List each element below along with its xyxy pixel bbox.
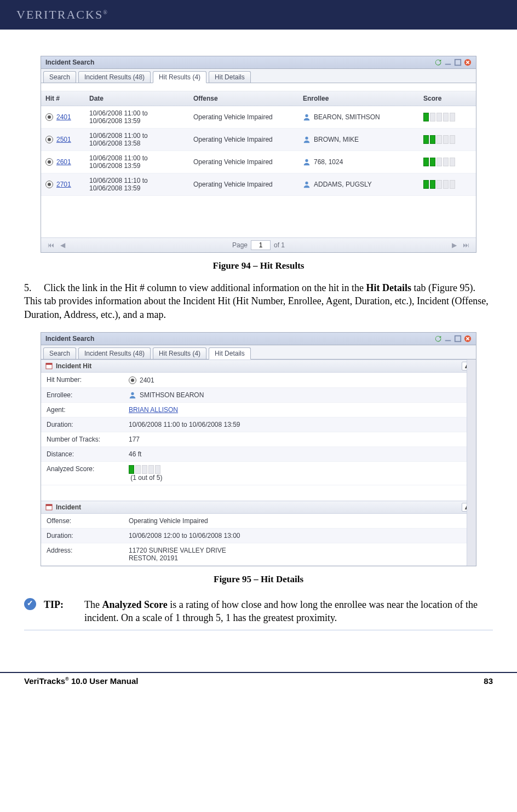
- detail-value: 2401: [129, 376, 470, 384]
- tab[interactable]: Incident Results (48): [78, 71, 151, 83]
- hit-link[interactable]: 2701: [56, 181, 71, 188]
- radio-icon[interactable]: [45, 113, 53, 121]
- pager-page-input[interactable]: [251, 240, 271, 250]
- offense-cell: Operating Vehicle Impaired: [193, 113, 303, 121]
- svg-rect-11: [46, 363, 52, 365]
- hit-link[interactable]: 2601: [56, 158, 71, 166]
- calendar-icon: [45, 362, 53, 369]
- detail-key: Enrollee:: [47, 391, 129, 399]
- radio-icon: [129, 376, 136, 384]
- svg-rect-7: [445, 340, 451, 341]
- detail-row: Offense:Operating Vehicle Impaired: [41, 514, 476, 529]
- section-2-rows: Offense:Operating Vehicle ImpairedDurati…: [41, 514, 476, 566]
- detail-row: Analyzed Score: (1 out of 5): [41, 462, 476, 485]
- detail-value: 46 ft: [129, 450, 470, 458]
- enrollee-cell: 768, 1024: [303, 158, 423, 166]
- agent-link[interactable]: BRIAN ALLISON: [129, 406, 178, 414]
- column-header[interactable]: Hit #: [45, 95, 89, 102]
- detail-key: Number of Tracks:: [47, 436, 129, 443]
- enrollee-cell: BROWN, MIKE: [303, 136, 423, 143]
- pager-next-icon[interactable]: ▶: [450, 241, 459, 249]
- enrollee-cell: BEARON, SMITHSON: [303, 113, 423, 121]
- detail-value: (1 out of 5): [129, 465, 470, 482]
- score-indicator: [423, 158, 456, 166]
- hit-link[interactable]: 2501: [56, 136, 71, 143]
- pager: ⏮ ◀ Page of 1 ▶ ⏭: [41, 237, 476, 252]
- minimize-icon[interactable]: [444, 59, 452, 66]
- close-icon[interactable]: [464, 335, 472, 343]
- step-number: 5.: [24, 281, 44, 294]
- detail-row: Hit Number: 2401: [41, 373, 476, 388]
- column-header[interactable]: Date: [89, 95, 193, 102]
- date-cell: 10/06/2008 11:10 to 10/06/2008 13:59: [89, 177, 193, 192]
- tab[interactable]: Hit Results (4): [153, 347, 206, 359]
- pager-prev-icon[interactable]: ◀: [58, 241, 67, 249]
- scrollbar[interactable]: [467, 359, 476, 566]
- step-5-text: 5.Click the link in the Hit # column to …: [24, 281, 493, 321]
- pager-first-icon[interactable]: ⏮: [45, 241, 56, 249]
- column-header[interactable]: Offense: [193, 95, 303, 102]
- score-indicator: [423, 113, 456, 121]
- svg-point-12: [131, 392, 134, 395]
- offense-cell: Operating Vehicle Impaired: [193, 158, 303, 166]
- svg-rect-14: [46, 504, 52, 506]
- footer-page-number: 83: [484, 676, 493, 686]
- close-icon[interactable]: [464, 59, 472, 66]
- tab-strip: SearchIncident Results (48)Hit Results (…: [41, 69, 476, 83]
- person-icon: [303, 158, 311, 166]
- person-icon: [303, 181, 311, 188]
- detail-key: Agent:: [47, 406, 129, 414]
- section-1-rows: Hit Number: 2401Enrollee: SMITHSON BEARO…: [41, 373, 476, 485]
- detail-value: Operating Vehicle Impaired: [129, 517, 470, 525]
- pager-last-icon[interactable]: ⏭: [461, 241, 472, 249]
- panel-title: Incident Search: [45, 335, 94, 343]
- column-header[interactable]: Score: [423, 95, 456, 102]
- refresh-icon[interactable]: [434, 59, 442, 66]
- hit-cell: 2501: [45, 136, 89, 143]
- tab[interactable]: Incident Results (48): [78, 347, 151, 359]
- detail-key: Duration:: [47, 532, 129, 540]
- tip-text: The Analyzed Score is a rating of how cl…: [84, 598, 493, 625]
- svg-rect-0: [445, 64, 451, 65]
- figure-94-caption: Figure 94 – Hit Results: [24, 260, 493, 271]
- radio-icon[interactable]: [45, 136, 53, 143]
- detail-key: Hit Number:: [47, 376, 129, 384]
- offense-cell: Operating Vehicle Impaired: [193, 136, 303, 143]
- maximize-icon[interactable]: [454, 335, 462, 343]
- enrollee-cell: ADDAMS, PUGSLY: [303, 181, 423, 188]
- tip-block: ✓ TIP: The Analyzed Score is a rating of…: [24, 595, 493, 631]
- radio-icon[interactable]: [45, 181, 53, 188]
- panel-header: Incident Search: [41, 56, 476, 69]
- maximize-icon[interactable]: [454, 59, 462, 66]
- tab[interactable]: Hit Details: [209, 71, 251, 83]
- svg-point-5: [305, 159, 308, 162]
- detail-key: Address:: [47, 547, 129, 562]
- tab[interactable]: Search: [43, 71, 76, 83]
- tip-label: TIP:: [44, 598, 77, 611]
- detail-row: Duration:10/06/2008 12:00 to 10/06/2008 …: [41, 529, 476, 543]
- section-title: Incident Hit: [56, 362, 91, 370]
- pager-page-label: Page: [232, 241, 248, 249]
- refresh-icon[interactable]: [434, 335, 442, 343]
- incident-search-panel-2: Incident Search SearchIncident Results (…: [41, 332, 476, 566]
- minimize-icon[interactable]: [444, 335, 452, 343]
- column-header[interactable]: Enrollee: [303, 95, 423, 102]
- date-cell: 10/06/2008 11:00 to 10/06/2008 13:58: [89, 132, 193, 147]
- footer-left: VeriTracks® 10.0 User Manual: [24, 676, 138, 686]
- table-row: 240110/06/2008 11:00 to 10/06/2008 13:59…: [41, 106, 476, 129]
- detail-value: 10/06/2008 12:00 to 10/06/2008 13:00: [129, 532, 470, 540]
- app-header-bar: VeriTracks®: [0, 0, 517, 30]
- tab-strip: SearchIncident Results (48)Hit Results (…: [41, 345, 476, 359]
- page-footer: VeriTracks® 10.0 User Manual 83: [0, 673, 517, 697]
- step-text-before: Click the link in the Hit # column to vi…: [44, 282, 366, 293]
- tab[interactable]: Hit Results (4): [153, 71, 206, 83]
- radio-icon[interactable]: [45, 158, 53, 166]
- score-indicator: [129, 465, 470, 474]
- tip-icon: ✓: [24, 598, 36, 610]
- table-row: 260110/06/2008 11:00 to 10/06/2008 13:59…: [41, 151, 476, 173]
- panel-header: Incident Search: [41, 333, 476, 345]
- tab[interactable]: Search: [43, 347, 76, 359]
- section-title: Incident: [56, 503, 81, 511]
- tab[interactable]: Hit Details: [209, 347, 251, 359]
- hit-link[interactable]: 2401: [56, 113, 71, 121]
